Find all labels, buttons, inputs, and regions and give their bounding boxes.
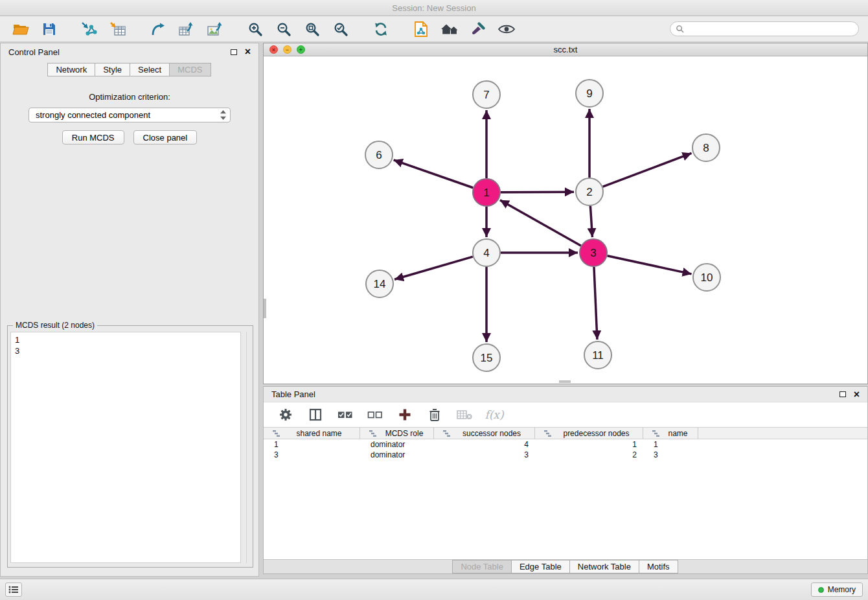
node-1[interactable]: 1: [473, 179, 500, 206]
cell-successor_nodes[interactable]: 3: [434, 450, 535, 459]
tab-network-table[interactable]: Network Table: [569, 560, 639, 573]
cell-shared_name[interactable]: 1: [264, 440, 360, 449]
home-icon[interactable]: [438, 19, 461, 40]
tab-select[interactable]: Select: [130, 63, 170, 76]
function-builder-icon[interactable]: f(x): [483, 404, 506, 425]
node-2[interactable]: 2: [576, 178, 603, 205]
save-icon[interactable]: [38, 19, 61, 40]
close-panel-icon[interactable]: ×: [245, 48, 251, 56]
memory-label: Memory: [828, 585, 856, 594]
window-zoom-icon[interactable]: +: [297, 45, 305, 54]
run-mcds-button[interactable]: Run MCDS: [62, 130, 124, 144]
horizontal-scrollbar[interactable]: [559, 380, 571, 383]
tab-mcds[interactable]: MCDS: [169, 63, 211, 76]
cell-mcds_role[interactable]: dominator: [360, 450, 434, 459]
network-file-icon[interactable]: [409, 19, 433, 40]
node-10[interactable]: 10: [693, 264, 720, 291]
search-box[interactable]: [670, 21, 859, 36]
float-panel-icon[interactable]: [231, 49, 237, 55]
node-15[interactable]: 15: [473, 344, 500, 371]
zoom-in-icon[interactable]: [244, 19, 267, 40]
window-titlebar: Session: New Session: [0, 0, 868, 16]
edge-4-14[interactable]: [394, 257, 473, 279]
open-folder-icon[interactable]: [9, 19, 32, 40]
show-columns-icon[interactable]: [304, 404, 327, 425]
float-table-panel-icon[interactable]: [839, 391, 846, 397]
add-column-icon[interactable]: [393, 404, 417, 425]
cell-shared_name[interactable]: 3: [264, 450, 360, 459]
column-header-name[interactable]: name: [643, 428, 698, 439]
mcds-result-group: MCDS result (2 nodes) 13: [7, 325, 253, 568]
node-8[interactable]: 8: [692, 134, 720, 161]
tab-motifs[interactable]: Motifs: [639, 560, 678, 573]
node-label: 8: [703, 142, 709, 154]
criterion-dropdown[interactable]: strongly connected component: [29, 108, 231, 122]
node-3[interactable]: 3: [580, 239, 607, 266]
style-icon[interactable]: [466, 19, 490, 40]
refresh-icon[interactable]: [369, 19, 393, 40]
unselect-all-columns-icon[interactable]: [363, 404, 387, 425]
close-table-panel-icon[interactable]: ×: [854, 391, 860, 398]
cell-successor_nodes[interactable]: 4: [434, 440, 535, 449]
column-header-filler: [698, 428, 867, 439]
node-9[interactable]: 9: [576, 80, 603, 107]
import-table-icon[interactable]: [106, 19, 130, 40]
column-header-mcds_role[interactable]: MCDS role: [360, 428, 434, 439]
node-label: 4: [483, 247, 489, 259]
table-row[interactable]: 1dominator411: [264, 439, 867, 450]
node-14[interactable]: 14: [366, 270, 393, 297]
close-panel-button[interactable]: Close panel: [133, 130, 198, 144]
export-table-icon[interactable]: [175, 19, 198, 40]
cell-name[interactable]: 1: [643, 440, 698, 449]
network-graph[interactable]: 7968124314101511: [264, 56, 867, 384]
edge-2-3[interactable]: [590, 206, 592, 237]
node-7[interactable]: 7: [473, 81, 500, 108]
cell-predecessor_nodes[interactable]: 2: [535, 450, 643, 459]
window-minimize-icon[interactable]: −: [283, 45, 291, 54]
cell-mcds_role[interactable]: dominator: [360, 440, 434, 449]
search-input[interactable]: [688, 25, 853, 34]
tab-edge-table[interactable]: Edge Table: [511, 560, 570, 573]
zoom-fit-icon[interactable]: [301, 19, 324, 40]
edge-3-10[interactable]: [607, 256, 691, 274]
cell-name[interactable]: 3: [643, 450, 698, 459]
delete-table-icon[interactable]: [453, 404, 476, 425]
delete-column-icon[interactable]: [423, 404, 446, 425]
unselect-all-glyph: [367, 410, 383, 420]
export-network-icon[interactable]: [146, 19, 170, 40]
mcds-result-list[interactable]: 13: [10, 332, 241, 563]
tab-network[interactable]: Network: [47, 63, 95, 76]
edge-3-11[interactable]: [594, 267, 597, 340]
import-network-icon[interactable]: [78, 19, 101, 40]
tab-style[interactable]: Style: [95, 63, 130, 76]
zoom-selected-icon[interactable]: [329, 19, 352, 40]
vertical-scrollbar[interactable]: [264, 299, 266, 318]
edge-1-2[interactable]: [501, 192, 574, 192]
column-header-successor_nodes[interactable]: successor nodes: [434, 428, 535, 439]
result-line: 3: [15, 345, 236, 356]
edge-1-6[interactable]: [394, 160, 474, 188]
cell-predecessor_nodes[interactable]: 1: [535, 440, 643, 449]
network-window-title: scc.txt: [554, 45, 578, 54]
table-row[interactable]: 3dominator323: [264, 450, 867, 460]
tab-node-table[interactable]: Node Table: [452, 560, 512, 573]
column-header-shared_name[interactable]: shared name: [264, 428, 360, 439]
window-title: Session: New Session: [392, 3, 475, 13]
edge-2-8[interactable]: [603, 153, 692, 187]
task-history-button[interactable]: [5, 583, 22, 597]
eye-icon[interactable]: [495, 19, 518, 40]
select-all-columns-icon[interactable]: [334, 404, 357, 425]
memory-button[interactable]: Memory: [811, 583, 863, 597]
result-scrollbar[interactable]: [246, 332, 247, 563]
edge-3-1[interactable]: [500, 200, 581, 246]
gear-icon[interactable]: [274, 404, 297, 425]
node-4[interactable]: 4: [473, 239, 500, 266]
node-11[interactable]: 11: [584, 341, 611, 369]
node-label: 6: [376, 149, 382, 161]
zoom-out-icon[interactable]: [272, 19, 295, 40]
window-close-icon[interactable]: ×: [269, 45, 278, 54]
column-header-predecessor_nodes[interactable]: predecessor nodes: [535, 428, 643, 439]
node-6[interactable]: 6: [365, 141, 393, 168]
zoom-selected-glyph: [333, 21, 348, 37]
export-image-icon[interactable]: [203, 19, 227, 40]
